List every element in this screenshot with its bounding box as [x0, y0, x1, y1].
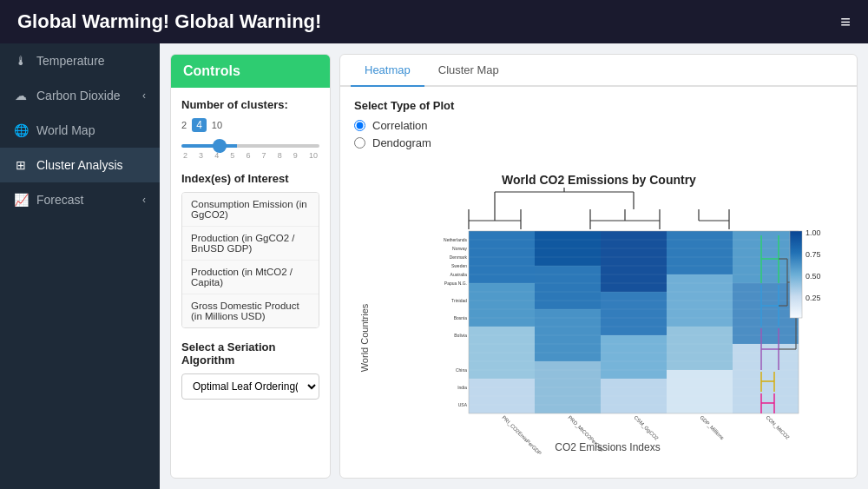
cluster-icon: ⊞: [14, 158, 28, 172]
tab-cluster-map[interactable]: Cluster Map: [424, 55, 513, 87]
app-header: Global Warming! Global Warning! ≡: [0, 0, 868, 43]
content-area: Controls Number of clusters: 2 4 10 2345…: [160, 43, 868, 489]
slider-current-val: 4: [192, 118, 207, 132]
top-dendrogram: [469, 188, 729, 229]
svg-text:0.75: 0.75: [806, 250, 821, 259]
sidebar-item-world-map[interactable]: 🌐 World Map: [0, 113, 160, 148]
index-label: Index(es) of Interest: [181, 172, 319, 185]
radio-dendogram-label: Dendogram: [372, 136, 431, 149]
index-item-0[interactable]: Consumption Emission (in GgCO2): [182, 193, 319, 227]
svg-text:Bolivia: Bolivia: [454, 333, 467, 338]
sidebar: 🌡 Temperature ☁ Carbon Dioxide ‹ 🌐 World…: [0, 43, 160, 489]
svg-text:GDP_Millions: GDP_Millions: [699, 414, 725, 440]
globe-icon: 🌐: [14, 123, 28, 137]
tab-bar: Heatmap Cluster Map: [340, 55, 857, 87]
radio-group: Correlation Dendogram: [354, 119, 843, 149]
svg-text:Denmark: Denmark: [449, 254, 467, 260]
radio-correlation[interactable]: Correlation: [354, 119, 843, 132]
svg-text:0.50: 0.50: [806, 272, 821, 281]
index-section: Index(es) of Interest Consumption Emissi…: [181, 172, 319, 328]
sidebar-item-forecast[interactable]: 📈 Forecast ‹: [0, 182, 160, 217]
index-item-3[interactable]: Gross Domestic Product (in Millions USD): [182, 294, 319, 327]
slider-row: 2 4 10: [181, 118, 319, 132]
svg-rect-34: [601, 335, 667, 379]
svg-rect-39: [667, 327, 733, 370]
svg-text:China: China: [455, 367, 466, 373]
sidebar-label-forecast: Forecast: [36, 193, 83, 207]
temperature-icon: 🌡: [14, 54, 28, 68]
slider-max-val: 10: [212, 120, 222, 130]
sidebar-label-worldmap: World Map: [36, 123, 95, 137]
panels: Controls Number of clusters: 2 4 10 2345…: [170, 54, 858, 479]
controls-panel: Controls Number of clusters: 2 4 10 2345…: [170, 54, 331, 479]
radio-dendogram-input[interactable]: [354, 137, 365, 149]
seriation-label: Select a Seriation Algorithm: [181, 340, 319, 367]
tab-heatmap[interactable]: Heatmap: [351, 55, 424, 87]
main-layout: 🌡 Temperature ☁ Carbon Dioxide ‹ 🌐 World…: [0, 43, 868, 489]
svg-rect-104: [790, 231, 802, 318]
heatmap-grid: Netherlands Norway Denmark Sweden Austra…: [444, 231, 799, 455]
svg-text:India: India: [457, 385, 467, 390]
svg-rect-43: [733, 283, 799, 344]
chart-title: World CO2 Emissions by Country: [502, 173, 696, 187]
index-item-1[interactable]: Production (in GgCO2 / BnUSD GDP): [182, 227, 319, 261]
hamburger-icon[interactable]: ≡: [840, 12, 851, 32]
x-axis-label: CO2 Emissions Indexs: [555, 441, 660, 453]
svg-text:CSM_GgCO2: CSM_GgCO2: [633, 414, 660, 441]
svg-rect-32: [601, 231, 667, 292]
svg-text:Netherlands: Netherlands: [444, 237, 467, 242]
cloud-icon: ☁: [14, 89, 28, 102]
app-title: Global Warming! Global Warning!: [17, 10, 321, 33]
sidebar-item-temperature[interactable]: 🌡 Temperature: [0, 43, 160, 78]
sidebar-label-carbon: Carbon Dioxide: [36, 89, 121, 102]
svg-text:Papua N.G.: Papua N.G.: [444, 281, 466, 286]
controls-body: Number of clusters: 2 4 10 2345678910: [171, 88, 330, 419]
sidebar-item-cluster-analysis[interactable]: ⊞ Cluster Analysis: [0, 148, 160, 182]
plot-type-label: Select Type of Plot: [354, 99, 843, 112]
svg-text:Sweden: Sweden: [450, 263, 466, 268]
svg-text:Australia: Australia: [450, 272, 467, 277]
svg-text:Bosnia: Bosnia: [453, 315, 467, 320]
forecast-icon: 📈: [14, 193, 28, 207]
svg-rect-33: [601, 292, 667, 335]
sidebar-item-carbon-dioxide[interactable]: ☁ Carbon Dioxide ‹: [0, 78, 160, 113]
cluster-label: Number of clusters:: [181, 98, 319, 111]
svg-rect-28: [535, 266, 601, 309]
legend: 1.00 0.75 0.50 0.25: [790, 228, 821, 318]
cluster-slider-section: Number of clusters: 2 4 10 2345678910: [181, 98, 319, 160]
plot-area: Select Type of Plot Correlation Dendogra…: [340, 87, 857, 478]
y-axis-label: World Countries: [359, 303, 370, 372]
carbon-arrow-icon: ‹: [142, 89, 146, 102]
index-item-2[interactable]: Production (in MtCO2 / Capita): [182, 261, 319, 294]
controls-header: Controls: [171, 55, 330, 88]
cluster-slider[interactable]: [181, 144, 319, 148]
svg-text:Norway: Norway: [452, 246, 467, 251]
svg-text:PRI_CO2EmisPerGDP: PRI_CO2EmisPerGDP: [501, 414, 542, 455]
seriation-select[interactable]: Optimal Leaf Ordering(OLO) Hierarchical …: [181, 373, 319, 400]
sidebar-label-temperature: Temperature: [36, 54, 105, 68]
svg-text:CON_MtCO2: CON_MtCO2: [765, 414, 791, 440]
radio-correlation-label: Correlation: [372, 119, 428, 132]
heatmap-container: World CO2 Emissions by Country World Cou…: [354, 158, 843, 466]
seriation-section: Select a Seriation Algorithm Optimal Lea…: [181, 340, 319, 400]
svg-rect-23: [469, 283, 535, 327]
svg-text:USA: USA: [457, 402, 467, 407]
svg-text:1.00: 1.00: [806, 228, 821, 237]
radio-correlation-input[interactable]: [354, 120, 365, 131]
index-list: Consumption Emission (in GgCO2) Producti…: [181, 192, 319, 328]
slider-min-val: 2: [181, 120, 187, 130]
right-panel: Heatmap Cluster Map Select Type of Plot …: [339, 54, 858, 479]
forecast-arrow-icon: ‹: [142, 194, 146, 206]
radio-dendogram[interactable]: Dendogram: [354, 136, 843, 149]
svg-text:Trinidad: Trinidad: [451, 298, 467, 303]
svg-rect-37: [667, 231, 733, 274]
svg-rect-40: [667, 370, 733, 413]
sidebar-label-cluster: Cluster Analysis: [36, 158, 123, 172]
heatmap-svg: World CO2 Emissions by Country World Cou…: [356, 169, 842, 455]
svg-text:0.25: 0.25: [806, 294, 821, 302]
